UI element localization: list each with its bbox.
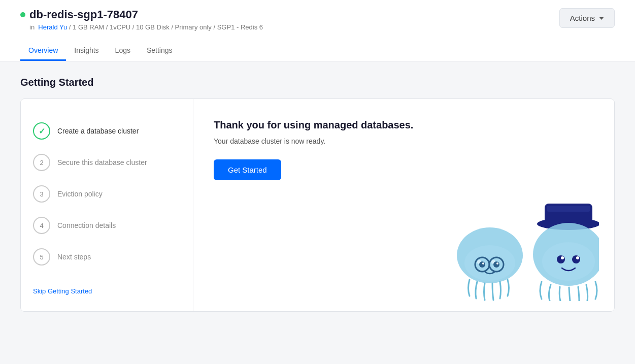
step-num-4: 4 (40, 222, 43, 229)
welcome-title: Thank you for using managed databases. (214, 119, 594, 131)
svg-rect-13 (547, 206, 590, 212)
actions-button[interactable]: Actions (559, 8, 615, 28)
svg-point-16 (557, 255, 565, 263)
tab-settings[interactable]: Settings (139, 41, 181, 61)
step-num-5: 5 (40, 253, 43, 261)
db-meta: in Herald Yu / 1 GB RAM / 1vCPU / 10 GB … (29, 23, 263, 31)
getting-started-card: ✓ Create a database cluster 2 Secure thi… (20, 98, 615, 312)
page-content: Getting Started ✓ Create a database clus… (0, 61, 635, 327)
step-label-5: Next steps (57, 253, 91, 261)
step-item-4[interactable]: 4 Connection details (33, 210, 181, 241)
steps-panel: ✓ Create a database cluster 2 Secure thi… (21, 99, 193, 311)
section-title: Getting Started (20, 77, 615, 88)
illustration (442, 200, 599, 301)
step-item-5[interactable]: 5 Next steps (33, 241, 181, 273)
nav-tabs: Overview Insights Logs Settings (20, 41, 615, 61)
step-circle-1: ✓ (33, 122, 50, 140)
actions-label: Actions (570, 14, 595, 22)
svg-point-15 (542, 242, 595, 281)
step-circle-4: 4 (33, 217, 50, 234)
jellyfish-illustration (442, 200, 599, 301)
tab-logs[interactable]: Logs (107, 41, 139, 61)
checkmark-icon: ✓ (39, 126, 45, 136)
svg-point-7 (479, 261, 485, 268)
db-name: db-redis-sgp1-78407 (29, 8, 138, 21)
step-label-3: Eviction policy (57, 190, 103, 198)
step-num-3: 3 (40, 190, 43, 198)
status-indicator (20, 12, 25, 17)
svg-point-9 (482, 262, 484, 264)
step-label-4: Connection details (57, 221, 116, 229)
tab-insights[interactable]: Insights (66, 41, 107, 61)
main-panel: Thank you for using managed databases. Y… (193, 99, 614, 311)
welcome-text: Your database cluster is now ready. (214, 137, 594, 145)
step-circle-5: 5 (33, 248, 50, 266)
skip-getting-started-link[interactable]: Skip Getting Started (33, 277, 181, 295)
owner-link[interactable]: Herald Yu (38, 23, 67, 31)
page-header: db-redis-sgp1-78407 in Herald Yu / 1 GB … (0, 0, 635, 61)
step-label-1: Create a database cluster (57, 127, 139, 135)
tab-overview[interactable]: Overview (20, 41, 66, 61)
svg-point-17 (572, 255, 580, 263)
step-item-3[interactable]: 3 Eviction policy (33, 178, 181, 210)
step-label-2: Secure this database cluster (57, 158, 147, 167)
svg-point-18 (561, 256, 564, 259)
title-section: db-redis-sgp1-78407 in Herald Yu / 1 GB … (20, 8, 263, 31)
db-meta-details: / 1 GB RAM / 1vCPU / 10 GB Disk / Primar… (69, 23, 263, 31)
db-title: db-redis-sgp1-78407 (20, 8, 263, 21)
step-item-2[interactable]: 2 Secure this database cluster (33, 147, 181, 178)
step-circle-3: 3 (33, 185, 50, 203)
chevron-down-icon (599, 17, 604, 20)
svg-point-19 (576, 256, 579, 259)
get-started-button[interactable]: Get Started (214, 159, 281, 180)
svg-point-8 (493, 261, 499, 268)
step-circle-2: 2 (33, 154, 50, 171)
step-num-2: 2 (40, 159, 43, 167)
svg-point-10 (496, 262, 498, 264)
header-top: db-redis-sgp1-78407 in Herald Yu / 1 GB … (20, 8, 615, 37)
step-item-1: ✓ Create a database cluster (33, 115, 181, 147)
